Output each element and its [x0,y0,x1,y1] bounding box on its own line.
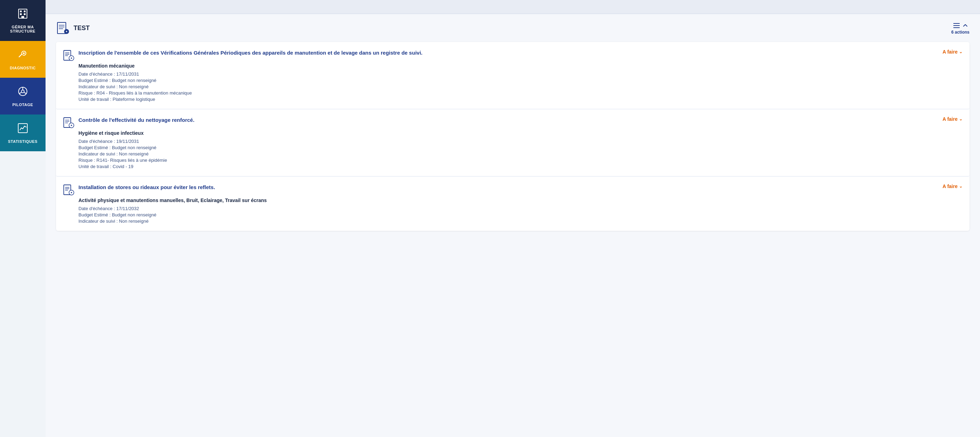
actions-count: 6 actions [951,30,969,35]
status-text-1: A faire [942,49,958,55]
detail-row-1-1: Budget Estimé : Budget non renseigné [78,78,963,83]
sidebar-item-structure[interactable]: GÉRER MA STRUCTURE [0,0,46,41]
action-title-group-1: Inscription de l'ensemble de ces Vérific… [63,49,935,61]
action-category-3: Activité physique et manutentions manuel… [78,197,963,203]
list-icon [952,21,961,30]
sidebar-item-diagnostic[interactable]: DIAGNOSTIC [0,41,46,78]
svg-rect-12 [18,124,27,133]
detail-row-3-0: Date d'échéance : 17/11/2032 [78,206,963,211]
action-title-1: Inscription de l'ensemble de ces Vérific… [78,49,422,56]
sidebar: GÉRER MA STRUCTURE DIAGNOSTIC PILOTAGE [0,0,46,437]
section-title-group: TEST [56,21,90,35]
status-text-3: A faire [942,183,958,189]
chevron-down-icon-1: ⌄ [959,49,963,54]
action-header-1: Inscription de l'ensemble de ces Vérific… [63,49,963,61]
detail-row-3-1: Budget Estimé : Budget non renseigné [78,212,963,218]
svg-rect-2 [24,11,25,12]
svg-point-8 [21,90,24,93]
action-icon-1 [63,50,74,61]
svg-rect-1 [20,11,22,12]
chevron-up-icon [963,23,968,29]
sidebar-item-statistiques[interactable]: STATISTIQUES [0,114,46,151]
action-header-2: Contrôle de l'effectivité du nettoyage r… [63,116,963,128]
section-header: TEST 6 actions [56,21,969,35]
chevron-down-icon-3: ⌄ [959,184,963,189]
detail-row-1-0: Date d'échéance : 17/11/2031 [78,72,963,77]
status-text-2: A faire [942,116,958,122]
action-details-1: Date d'échéance : 17/11/2031 Budget Esti… [78,72,963,102]
action-title-3: Installation de stores ou rideaux pour é… [78,183,215,191]
detail-row-2-4: Unité de travail : Covid - 19 [78,164,963,169]
action-category-1: Manutention mécanique [78,63,963,68]
status-badge-3[interactable]: A faire ⌄ [942,183,963,189]
building-icon [17,8,29,22]
detail-row-2-3: Risque : R141- Risques liés à une épidém… [78,157,963,163]
top-bar [46,0,980,14]
action-title-group-2: Contrôle de l'effectivité du nettoyage r… [63,116,935,128]
svg-point-6 [23,52,25,54]
wrench-icon [17,49,29,63]
detail-row-3-2: Indicateur de suivi : Non renseigné [78,218,963,224]
svg-line-10 [19,92,22,94]
detail-row-1-4: Unité de travail : Plateforme logistique [78,97,963,102]
action-category-2: Hygiène et risque infectieux [78,130,963,136]
svg-rect-3 [20,13,22,15]
action-card-3: Installation de stores ou rideaux pour é… [56,176,969,231]
detail-row-2-2: Indicateur de suivi : Non renseigné [78,151,963,157]
action-details-3: Date d'échéance : 17/11/2032 Budget Esti… [78,206,963,224]
sidebar-item-pilotage-label: PILOTAGE [12,103,33,107]
action-icon-2 [63,117,74,128]
action-header-3: Installation de stores ou rideaux pour é… [63,183,963,195]
detail-row-2-1: Budget Estimé : Budget non renseigné [78,145,963,150]
sidebar-item-structure-label: GÉRER MA STRUCTURE [3,25,42,33]
detail-row-1-3: Risque : R04 - Risques liés à la manuten… [78,91,963,95]
status-badge-2[interactable]: A faire ⌄ [942,116,963,122]
action-title-2: Contrôle de l'effectivité du nettoyage r… [78,116,194,124]
detail-row-2-0: Date d'échéance : 19/11/2031 [78,139,963,144]
section-icon [56,21,70,35]
sidebar-item-diagnostic-label: DIAGNOSTIC [10,66,36,70]
status-badge-1[interactable]: A faire ⌄ [942,49,963,55]
actions-icon-row [952,21,968,30]
detail-row-1-2: Indicateur de suivi : Non renseigné [78,84,963,89]
actions-list: Inscription de l'ensemble de ces Vérific… [56,42,969,231]
content-area: TEST 6 actions [46,14,980,238]
main-content: TEST 6 actions [46,0,980,437]
sidebar-item-statistiques-label: STATISTIQUES [8,139,38,143]
steering-icon [17,86,29,100]
svg-rect-4 [24,13,25,15]
section-title: TEST [73,24,90,32]
svg-rect-5 [21,16,24,18]
action-card-2: Contrôle de l'effectivité du nettoyage r… [56,109,969,176]
action-card-1: Inscription de l'ensemble de ces Vérific… [56,42,969,109]
action-details-2: Date d'échéance : 19/11/2031 Budget Esti… [78,139,963,169]
actions-button[interactable]: 6 actions [951,21,969,35]
sidebar-item-pilotage[interactable]: PILOTAGE [0,78,46,114]
action-title-group-3: Installation de stores ou rideaux pour é… [63,183,935,195]
svg-line-11 [24,92,27,94]
chart-icon [17,122,29,137]
action-icon-3 [63,184,74,195]
chevron-down-icon-2: ⌄ [959,117,963,121]
